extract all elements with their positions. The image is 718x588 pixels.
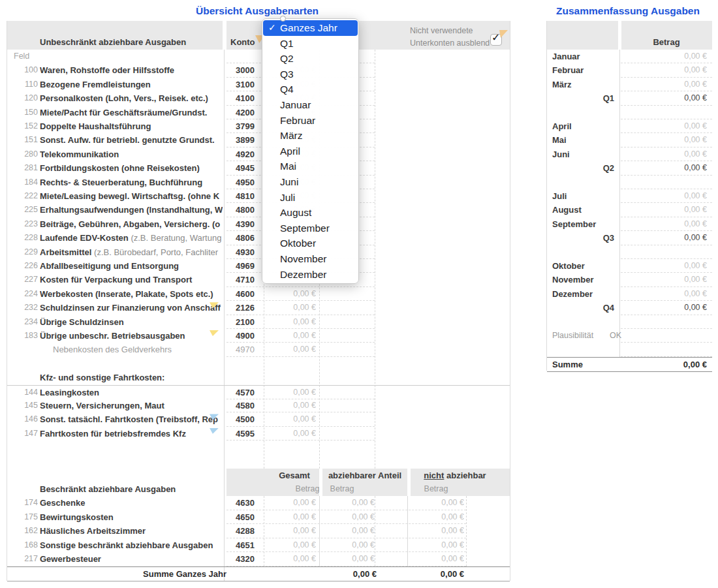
gesamt-amount-cell[interactable]: 0,00 € (264, 510, 316, 525)
gesamt-amount-cell[interactable]: 0,00 € (264, 538, 316, 553)
konto-cell[interactable]: 4320 (226, 552, 264, 566)
konto-cell[interactable]: 4930 (226, 245, 264, 259)
hide-subaccounts-checkbox[interactable]: ✓ (490, 34, 502, 46)
konto-cell[interactable]: 3100 (226, 78, 264, 91)
dropdown-item-q3[interactable]: Q3 (262, 67, 358, 82)
month-amount-cell[interactable]: 0,00 € (634, 203, 707, 217)
dropdown-item-november[interactable]: November (262, 251, 358, 267)
deductible-amount-cell[interactable]: 0,00 € (322, 510, 375, 525)
dropdown-item-oktober[interactable]: Oktober (262, 236, 358, 251)
sum-deductible-value[interactable]: 0,00 € (319, 567, 377, 581)
konto-cell[interactable]: 4600 (226, 287, 264, 301)
konto-cell[interactable]: 4810 (226, 189, 264, 203)
deductible-amount-cell[interactable]: 0,00 € (322, 524, 375, 538)
dropdown-item-q1[interactable]: Q1 (262, 36, 358, 52)
konto-cell[interactable]: 4651 (226, 538, 264, 553)
konto-cell[interactable]: 4969 (226, 259, 264, 273)
dropdown-item-juli[interactable]: Juli (262, 190, 358, 206)
konto-cell[interactable]: 4710 (226, 273, 264, 286)
gesamt-amount-cell[interactable]: 0,00 € (264, 552, 316, 566)
konto-cell[interactable]: 4650 (226, 510, 264, 525)
dropdown-item-august[interactable]: August (262, 205, 358, 221)
amount-cell[interactable]: 0,00 € (264, 343, 316, 356)
konto-cell[interactable]: 4920 (226, 147, 264, 161)
konto-cell[interactable]: 4630 (226, 496, 264, 510)
konto-cell[interactable]: 4806 (226, 231, 264, 245)
month-amount-cell[interactable]: 0,00 € (634, 50, 707, 63)
month-amount-cell[interactable]: 0,00 € (634, 63, 707, 77)
dropdown-item-q4[interactable]: Q4 (262, 82, 358, 97)
dropdown-item-juni[interactable]: Juni (262, 174, 358, 190)
konto-cell[interactable]: 4800 (226, 203, 264, 217)
konto-cell[interactable]: 4200 (226, 106, 264, 119)
konto-cell[interactable]: 2100 (226, 315, 264, 329)
gesamt-amount-cell[interactable]: 0,00 € (264, 496, 316, 510)
dropdown-item-q2[interactable]: Q2 (262, 51, 358, 67)
konto-cell[interactable]: 3899 (226, 133, 264, 147)
month-amount-cell[interactable]: 0,00 € (634, 78, 707, 91)
month-amount-cell[interactable]: 0,00 € (634, 189, 707, 203)
month-amount-cell[interactable]: 0,00 € (634, 287, 707, 301)
deductible-amount-cell[interactable]: 0,00 € (322, 538, 375, 553)
amount-cell[interactable]: 0,00 € (264, 412, 316, 426)
table-row: 184Rechts- & Steuerberatung, Buchführung… (7, 176, 510, 189)
quarter-amount-cell[interactable]: 0,00 € (634, 231, 707, 245)
konto-cell[interactable]: 4580 (226, 399, 264, 412)
amount-cell[interactable]: 0,00 € (264, 329, 316, 343)
month-amount-cell[interactable]: 0,00 € (634, 119, 707, 133)
nondeductible-amount-cell[interactable]: 0,00 € (412, 552, 464, 566)
dropdown-item-märz[interactable]: März (262, 128, 358, 144)
konto-cell[interactable]: 3000 (226, 63, 264, 77)
dropdown-item-september[interactable]: September (262, 221, 358, 236)
quarter-amount-cell[interactable]: 0,00 € (634, 91, 707, 105)
dropdown-item-februar[interactable]: Februar (262, 113, 358, 129)
deductible-amount-cell[interactable]: 0,00 € (322, 552, 375, 566)
amount-cell[interactable]: 0,00 € (264, 399, 316, 412)
expense-label: Steuern, Versicherungen, Maut (40, 399, 223, 412)
konto-cell[interactable]: 3799 (226, 119, 264, 133)
month-label: März (552, 78, 614, 91)
konto-cell[interactable]: 4500 (226, 412, 264, 426)
dropdown-item-mai[interactable]: Mai (262, 159, 358, 174)
nondeductible-amount-cell[interactable]: 0,00 € (412, 496, 464, 510)
month-amount-cell[interactable]: 0,00 € (634, 217, 707, 231)
amount-cell[interactable]: 0,00 € (264, 315, 316, 329)
konto-cell[interactable]: 4945 (226, 161, 264, 175)
dropdown-item-januar[interactable]: Januar (262, 97, 358, 113)
konto-cell[interactable]: 4570 (226, 386, 264, 399)
expenses-table: Unbeschränkt abziehbare Ausgaben Konto N… (7, 21, 510, 581)
amount-cell[interactable]: 0,00 € (264, 287, 316, 301)
summary-sum-value[interactable]: 0,00 € (634, 358, 707, 371)
quarter-amount-cell[interactable]: 0,00 € (634, 161, 707, 175)
month-amount-cell[interactable]: 0,00 € (634, 147, 707, 161)
konto-cell[interactable]: 4950 (226, 176, 264, 189)
dropdown-item-april[interactable]: April (262, 144, 358, 159)
konto-cell[interactable]: 4970 (226, 343, 264, 356)
quarter-amount-cell[interactable]: 0,00 € (634, 301, 707, 315)
month-amount-cell[interactable]: 0,00 € (634, 273, 707, 286)
table-row: 168Sonstige beschränkt abziehbare Ausgab… (7, 538, 510, 553)
konto-cell[interactable]: 4390 (226, 217, 264, 231)
konto-cell[interactable]: 4595 (226, 427, 264, 441)
gesamt-amount-cell[interactable]: 0,00 € (264, 524, 316, 538)
konto-cell[interactable]: 2126 (226, 301, 264, 315)
amount-cell[interactable]: 0,00 € (264, 301, 316, 315)
konto-cell[interactable]: 4900 (226, 329, 264, 343)
month-amount-cell[interactable]: 0,00 € (634, 259, 707, 273)
quarter-label: Q4 (547, 301, 614, 315)
amount-cell[interactable]: 0,00 € (264, 386, 316, 399)
dropdown-item-ganzes-jahr[interactable]: ✓Ganzes Jahr (263, 20, 358, 36)
nondeductible-amount-cell[interactable]: 0,00 € (412, 524, 464, 538)
sum-nondeductible-value[interactable]: 0,00 € (407, 567, 464, 581)
dropdown-item-dezember[interactable]: Dezember (262, 267, 358, 283)
konto-cell[interactable]: 4288 (226, 524, 264, 538)
amount-cell[interactable]: 0,00 € (264, 427, 316, 441)
konto-cell[interactable]: 4100 (226, 91, 264, 105)
deductible-amount-cell[interactable]: 0,00 € (322, 496, 375, 510)
column-subheader-betrag: Betrag (303, 484, 381, 493)
nondeductible-amount-cell[interactable]: 0,00 € (412, 538, 464, 553)
quarter-label: Q1 (547, 91, 614, 105)
nondeductible-amount-cell[interactable]: 0,00 € (412, 510, 464, 525)
month-amount-cell[interactable]: 0,00 € (634, 133, 707, 147)
checkmark-icon: ✓ (492, 31, 500, 44)
